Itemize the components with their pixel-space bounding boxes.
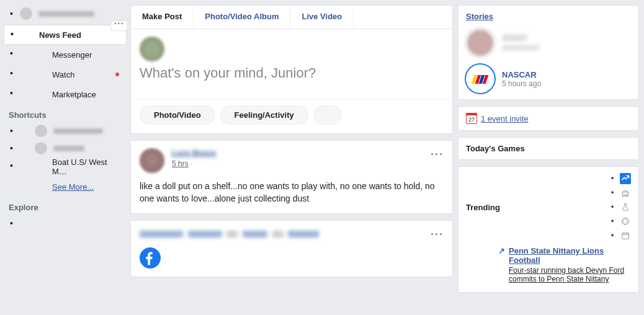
- chip-photo-video[interactable]: Photo/Video: [140, 105, 215, 125]
- trend-title[interactable]: Penn State Nittany Lions Football: [509, 246, 604, 265]
- story-item[interactable]: [466, 29, 631, 57]
- trending-sports-icon[interactable]: [620, 216, 631, 227]
- post-header-blurred: [140, 230, 431, 239]
- shortcut-item[interactable]: [4, 122, 127, 140]
- post-options-icon[interactable]: ···: [431, 228, 444, 241]
- nav-label: Marketplace: [52, 90, 96, 99]
- post-options-icon[interactable]: ···: [431, 148, 444, 157]
- post-card: ···: [130, 220, 453, 277]
- notification-dot: [115, 73, 119, 76]
- story-item[interactable]: NASCAR 5 hours ago: [466, 64, 631, 93]
- post-author[interactable]: Lxxx Bxxxx: [172, 148, 217, 158]
- story-name: [502, 35, 527, 41]
- post-body: like a doll put on a shelf...no one want…: [131, 177, 452, 213]
- post-card: Lxxx Bxxxx 5 hrs · ··· like a doll put o…: [130, 140, 453, 214]
- nav-label: Messenger: [52, 50, 92, 60]
- shortcut-label: [53, 146, 84, 151]
- nav-messenger[interactable]: Messenger: [4, 45, 127, 64]
- stories-card: Stories NASCAR 5 hours ago: [458, 5, 639, 100]
- nav-label: News Feed: [39, 30, 81, 40]
- trend-arrow-icon: ↗: [498, 246, 505, 283]
- avatar-icon: [20, 7, 32, 20]
- trending-item[interactable]: ↗ Penn State Nittany Lions Football Four…: [466, 246, 631, 283]
- stories-heading[interactable]: Stories: [466, 12, 631, 21]
- chip-more[interactable]: [313, 105, 342, 125]
- trending-politics-icon[interactable]: [620, 187, 631, 198]
- trending-heading: Trending: [466, 203, 500, 212]
- post-avatar[interactable]: [140, 148, 164, 173]
- shortcut-icon: [35, 125, 47, 137]
- nav-label: Watch: [52, 70, 74, 79]
- feed-column: Make Post Photo/Video Album Live Video W…: [130, 0, 458, 315]
- calendar-icon: 27: [466, 113, 477, 124]
- composer-tabs: Make Post Photo/Video Album Live Video: [131, 6, 452, 29]
- story-name: NASCAR: [502, 70, 541, 79]
- shortcuts-heading: Shortcuts: [4, 104, 127, 122]
- games-heading: Today's Games: [466, 144, 631, 153]
- svg-rect-2: [622, 233, 629, 239]
- nav-news-feed[interactable]: News Feed ···: [4, 25, 127, 45]
- trending-entertainment-icon[interactable]: [620, 230, 631, 241]
- composer-avatar: [140, 37, 164, 61]
- chip-feeling[interactable]: Feeling/Activity: [220, 105, 308, 125]
- trend-desc: Four-star running back Devyn Ford commit…: [509, 266, 631, 283]
- trending-card: Trending ↗: [458, 166, 639, 293]
- options-icon[interactable]: ···: [110, 20, 128, 31]
- shortcut-label: [53, 128, 103, 134]
- trending-science-icon[interactable]: [620, 202, 631, 213]
- event-invite-link[interactable]: 1 event invite: [481, 114, 529, 123]
- story-avatar: [466, 29, 494, 57]
- explore-item[interactable]: [4, 215, 127, 232]
- facebook-logo-icon: [140, 247, 161, 268]
- shortcut-item[interactable]: [4, 140, 127, 157]
- nav-marketplace[interactable]: Marketplace: [4, 84, 127, 104]
- shortcut-item[interactable]: Boat U.S/ West M…: [4, 157, 127, 177]
- trending-topics-icon[interactable]: [620, 173, 631, 184]
- tab-make-post[interactable]: Make Post: [131, 6, 194, 29]
- composer-prompt[interactable]: What's on your mind, Junior?: [140, 65, 444, 81]
- profile-name: [38, 11, 94, 17]
- story-time: [502, 45, 539, 50]
- games-card: Today's Games: [458, 137, 639, 160]
- shortcut-label: Boat U.S/ West M…: [52, 158, 122, 176]
- profile-link[interactable]: [4, 5, 127, 22]
- story-time: 5 hours ago: [502, 79, 541, 88]
- see-more-link[interactable]: See More...: [4, 177, 127, 197]
- right-sidebar: Stories NASCAR 5 hours ago 27 1 event in…: [458, 0, 644, 315]
- nascar-logo-icon: [466, 64, 494, 93]
- tab-live-video[interactable]: Live Video: [290, 6, 354, 29]
- tab-photo-album[interactable]: Photo/Video Album: [194, 6, 290, 29]
- shortcut-icon: [35, 142, 47, 154]
- explore-heading: Explore: [4, 197, 127, 215]
- composer-card: Make Post Photo/Video Album Live Video W…: [130, 5, 453, 134]
- post-timestamp[interactable]: 5 hrs: [172, 159, 189, 168]
- left-sidebar: News Feed ··· Messenger Watch Marketplac…: [0, 0, 130, 315]
- nav-watch[interactable]: Watch: [4, 64, 127, 84]
- events-card: 27 1 event invite: [458, 106, 639, 131]
